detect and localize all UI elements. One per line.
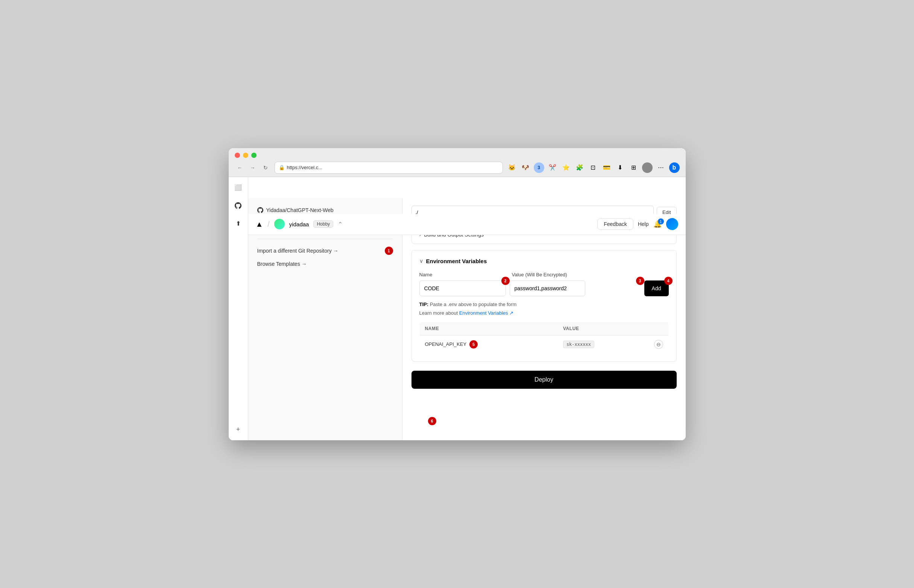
notification-bell[interactable]: 🔔 1	[654, 220, 662, 228]
table-col-value: VALUE	[558, 322, 649, 335]
env-name-input[interactable]	[419, 281, 506, 296]
env-link-text: Environment Variables	[459, 310, 508, 316]
env-name-label: Name	[419, 272, 506, 278]
external-link-icon: ↗	[509, 310, 513, 316]
notification-count: 1	[658, 218, 664, 225]
table-col-name: NAME	[419, 322, 558, 335]
traffic-light-minimize[interactable]	[243, 153, 248, 158]
step-6-container: 6	[428, 417, 436, 425]
env-input-row: 2 3 Add 4	[419, 281, 669, 296]
step-1-badge: 1	[385, 247, 393, 255]
browse-templates-link[interactable]: Browse Templates →	[257, 261, 307, 267]
vercel-logo: ▲	[256, 220, 263, 229]
address-bar[interactable]: 🔒 https://vercel.c...	[275, 162, 503, 174]
forward-button[interactable]: →	[248, 162, 258, 173]
env-table-row: OPENAI_API_KEY 5 sk-xxxxxx ⊖	[419, 335, 668, 354]
env-form-labels: Name Value (Will Be Encrypted)	[419, 272, 669, 278]
env-variables-table: NAME VALUE OPENAI_API_KEY 5	[419, 322, 669, 354]
project-chevron-icon[interactable]: ⌃	[338, 221, 343, 228]
sidebar-icons: ⬜ ⬆ +	[229, 177, 248, 440]
browse-templates-row: Browse Templates →	[257, 261, 393, 267]
step-2-badge: 2	[501, 277, 510, 285]
env-variables-section: ∨ Environment Variables Name Value (Will…	[411, 250, 677, 362]
project-name: yidadaa	[289, 221, 309, 228]
step-4-badge: 4	[664, 277, 673, 285]
extensions-icon[interactable]: 🐱	[506, 162, 517, 173]
env-learn-more: Learn more about Environment Variables ↗	[419, 310, 669, 316]
apps-icon[interactable]: ⊞	[629, 162, 639, 173]
user-avatar-header[interactable]	[666, 218, 678, 230]
feedback-button[interactable]: Feedback	[597, 218, 633, 230]
project-avatar	[274, 219, 285, 229]
env-remove-button[interactable]: ⊖	[654, 340, 663, 349]
repo-full-name: Yidadaa/ChatGPT-Next-Web	[266, 207, 333, 213]
env-key-text: OPENAI_API_KEY	[425, 341, 467, 347]
download-icon[interactable]: ⬇	[615, 162, 626, 173]
refresh-button[interactable]: ↻	[260, 162, 271, 173]
star-icon[interactable]: ⭐	[561, 162, 571, 173]
env-tip: TIP: Paste a .env above to populate the …	[419, 302, 669, 307]
split-view-icon[interactable]: ⊡	[588, 162, 599, 173]
env-section-chevron-icon: ∨	[419, 258, 423, 264]
url-text: https://vercel.c...	[287, 165, 323, 170]
header-divider: /	[267, 220, 270, 229]
step-3-badge: 3	[636, 277, 644, 285]
bing-icon[interactable]: b	[669, 162, 679, 173]
learn-prefix: Learn more about	[419, 310, 459, 316]
env-section-title: Environment Variables	[426, 258, 487, 264]
env-tip-label: TIP:	[419, 302, 429, 307]
step-5-badge: 5	[469, 340, 478, 349]
lock-icon: 🔒	[279, 165, 285, 170]
sidebar-pages-icon[interactable]: ⬜	[232, 182, 244, 194]
badge-icon[interactable]: 3	[534, 162, 544, 173]
profile-icon[interactable]: 🐶	[520, 162, 531, 173]
user-avatar[interactable]	[642, 162, 653, 173]
plan-badge: Hobby	[313, 220, 333, 228]
env-tip-text: Paste a .env above to populate the form	[430, 302, 517, 307]
sidebar-github-icon[interactable]	[232, 200, 244, 212]
env-value-display: sk-xxxxxx	[563, 341, 594, 348]
sidebar-upload-icon[interactable]: ⬆	[232, 218, 244, 230]
repo-icon	[257, 207, 263, 213]
env-key-cell: OPENAI_API_KEY 5	[419, 335, 558, 354]
wallet-icon[interactable]: 💳	[602, 162, 612, 173]
section-divider	[257, 239, 393, 239]
help-link[interactable]: Help	[638, 221, 649, 227]
env-value-label: Value (Will Be Encrypted)	[512, 272, 669, 278]
env-variables-link[interactable]: Environment Variables ↗	[459, 310, 513, 316]
scissors-icon[interactable]: ✂️	[547, 162, 558, 173]
more-options-icon[interactable]: ⋯	[655, 162, 666, 173]
env-value-input[interactable]	[510, 281, 585, 296]
app-header: ▲ / yidadaa Hobby ⌃ Feedback Help 🔔 1	[248, 214, 686, 235]
traffic-light-close[interactable]	[235, 153, 240, 158]
traffic-light-maximize[interactable]	[251, 153, 257, 158]
step-6-badge: 6	[428, 417, 436, 425]
env-value-cell: sk-xxxxxx	[558, 335, 649, 354]
env-action-cell[interactable]: ⊖	[649, 335, 669, 354]
env-section-header: ∨ Environment Variables	[419, 258, 669, 264]
import-repo-row: Import a different Git Repository → 1	[257, 247, 393, 255]
sidebar-add-icon[interactable]: +	[232, 424, 244, 436]
deploy-button[interactable]: Deploy	[411, 371, 677, 389]
import-repo-link[interactable]: Import a different Git Repository →	[257, 248, 338, 254]
extensions2-icon[interactable]: 🧩	[574, 162, 585, 173]
back-button[interactable]: ←	[235, 162, 245, 173]
repo-name: Yidadaa/ChatGPT-Next-Web	[257, 207, 393, 213]
